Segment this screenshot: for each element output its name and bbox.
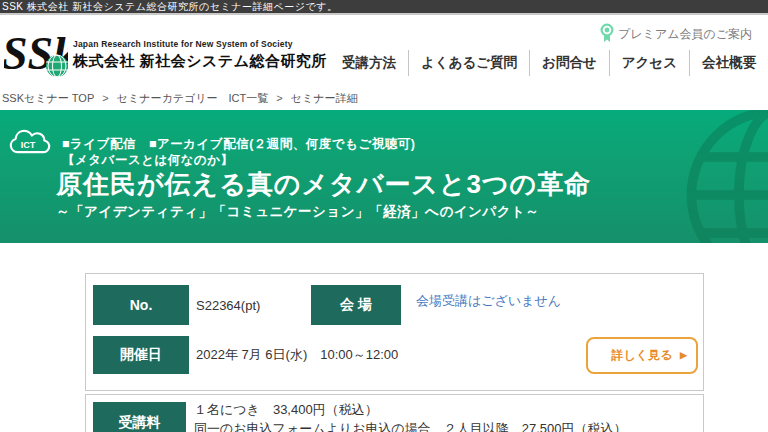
ict-category-label: ICT [21, 140, 36, 150]
nav-item-company[interactable]: 会社概要 [689, 50, 768, 76]
ict-category-cloud-icon: ICT [6, 125, 52, 160]
ssk-logo[interactable]: SSk Japan Research Institute for New Sys… [4, 27, 327, 83]
delivery-method-line: ■ライブ配信 ■アーカイブ配信(２週間、何度でもご視聴可) [62, 136, 415, 153]
top-utility-bar: SSK 株式会社 新社会システム総合研究所のセミナー詳細ページです。 [0, 0, 768, 15]
seminar-detail-page: SSK 株式会社 新社会システム総合研究所のセミナー詳細ページです。 SSk J… [0, 0, 768, 432]
logo-text-block: Japan Research Institute for New System … [73, 39, 327, 71]
logo-company-name: 株式会社 新社会システム総合研究所 [73, 52, 327, 71]
logo-tagline-en: Japan Research Institute for New System … [73, 39, 327, 49]
site-description-text: SSK 株式会社 新社会システム総合研究所のセミナー詳細ページです。 [2, 1, 337, 12]
globe-watermark-icon [680, 110, 768, 243]
breadcrumb-top[interactable]: SSKセミナー TOP [2, 92, 94, 104]
seminar-hero-banner: ICT ■ライブ配信 ■アーカイブ配信(２週間、何度でもご視聴可) 【メタバース… [0, 110, 768, 243]
nav-item-contact[interactable]: お問合せ [529, 50, 609, 76]
seminar-title: 原住民が伝える真のメタバースと3つの革命 [56, 167, 591, 202]
date-value: 2022年 7月 6日(水) 10:00～12:00 [196, 336, 398, 374]
seminar-number-value: S22364(pt) [196, 285, 260, 325]
premium-link-label: プレミアム会員のご案内 [618, 26, 752, 43]
ssk-logo-icon: SSk [4, 27, 68, 83]
nav-item-access[interactable]: アクセス [609, 50, 689, 76]
nav-item-how-to-attend[interactable]: 受講方法 [330, 50, 408, 76]
premium-membership-link[interactable]: プレミアム会員のご案内 [599, 23, 752, 46]
see-details-button[interactable]: 詳しく見る ▶ [586, 337, 698, 374]
date-label-chip: 開催日 [93, 336, 189, 374]
venue-value: 会場受講はございません [416, 281, 561, 321]
fee-label-chip: 受講料 [93, 402, 186, 432]
seminar-fee-box: 受講料 １名につき 33,400円（税込） 同一のお申込フォームよりお申込の場合… [85, 394, 704, 432]
venue-label-chip: 会 場 [311, 285, 401, 325]
fee-text-block: １名につき 33,400円（税込） 同一のお申込フォームよりお申込の場合 ２人目… [194, 400, 627, 432]
seminar-info-box: No. S22364(pt) 会 場 会場受講はございません 開催日 2022年… [85, 273, 704, 391]
nav-item-faq[interactable]: よくあるご質問 [408, 50, 529, 76]
see-details-button-label: 詳しく見る [612, 347, 673, 364]
breadcrumb-current: セミナー詳細 [291, 92, 358, 104]
site-header: SSk Japan Research Institute for New Sys… [0, 17, 768, 86]
logo-globe-icon [46, 55, 68, 77]
fee-line-2: 同一のお申込フォームよりお申込の場合 ２人目以降 27,500円（税込） [194, 419, 627, 432]
breadcrumb: SSKセミナー TOP > セミナーカテゴリー ICT一覧 > セミナー詳細 [2, 91, 358, 106]
breadcrumb-separator: > [276, 92, 282, 104]
breadcrumb-separator: > [102, 92, 108, 104]
fee-line-1: １名につき 33,400円（税込） [194, 400, 627, 419]
header-nav: 受講方法 よくあるご質問 お問合せ アクセス 会社概要 [330, 50, 768, 76]
breadcrumb-category-ict[interactable]: セミナーカテゴリー ICT一覧 [117, 92, 269, 104]
medal-icon [599, 23, 615, 46]
right-arrow-icon: ▶ [680, 351, 687, 360]
no-label-chip: No. [93, 285, 189, 325]
seminar-subtitle: ～「アイデンティティ」「コミュニケーション」「経済」へのインパクト～ [56, 203, 539, 221]
